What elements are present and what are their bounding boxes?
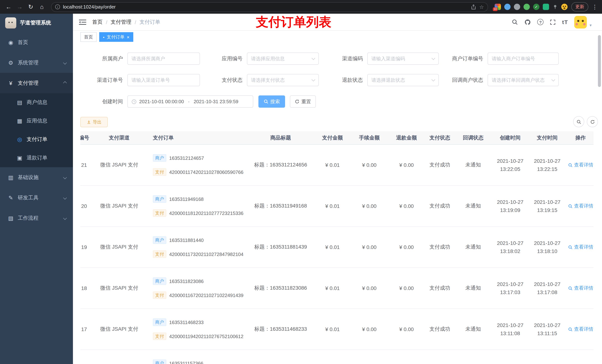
- pay-order-line: 支付4200001174202110278060590766: [153, 168, 243, 176]
- sidebar-item-system[interactable]: ⚙系统管理: [0, 52, 73, 73]
- notify-status-select[interactable]: 请选择订单回调商户状态: [488, 74, 559, 86]
- extension-blue-icon[interactable]: [504, 4, 511, 10]
- sidebar-item-label: 基础设施: [18, 174, 39, 181]
- app-select[interactable]: 请选择应用信息: [247, 52, 319, 65]
- orders-table-inner: 编号支付渠道支付订单商品标题支付金额手续金额退款金额支付状态回调状态创建时间支付…: [80, 131, 593, 364]
- sidebar-item-label: 商户信息: [27, 99, 47, 106]
- sidebar-item-home[interactable]: ◉首页: [0, 32, 73, 52]
- view-detail-link[interactable]: 查看详情: [568, 244, 593, 250]
- forward-icon[interactable]: →: [15, 2, 24, 12]
- search-icon[interactable]: [512, 19, 518, 25]
- search-button-label: 搜索: [270, 98, 280, 105]
- cell-action: 查看详情: [566, 186, 593, 226]
- date-range-input[interactable]: 2021-10-01 00:00:00 - 2021-10-31 23:59:5…: [127, 95, 253, 108]
- extension-chat-icon[interactable]: [543, 4, 549, 10]
- home-icon[interactable]: ⌂: [37, 2, 47, 12]
- extension-green-icon[interactable]: [524, 4, 530, 10]
- paid-clock: 13:11:15: [538, 329, 557, 337]
- chevron-down-icon: [312, 56, 315, 60]
- table-header-cell: 支付渠道: [99, 131, 140, 144]
- sidebar-item-pay-order[interactable]: ◎支付订单: [0, 130, 73, 149]
- table-row: 20微信 JSAPI 支付商户1635311949168支付4200001181…: [80, 186, 593, 227]
- cell-refund-amount: ¥ 0.00: [388, 309, 425, 350]
- back-icon[interactable]: ←: [4, 2, 13, 12]
- view-detail-link[interactable]: 查看详情: [568, 326, 593, 333]
- user-avatar[interactable]: [574, 16, 587, 28]
- breadcrumb-pay-manage[interactable]: 支付管理: [111, 19, 131, 25]
- filter-label: 商户订单编号: [433, 55, 488, 62]
- pay-tag: 支付: [153, 333, 166, 340]
- pay-order-no: 4200001173202110272847982104: [169, 251, 243, 257]
- github-icon[interactable]: [525, 19, 531, 25]
- merchant-tag: 商户: [153, 236, 166, 244]
- merchant-input[interactable]: [127, 52, 200, 65]
- view-detail-link[interactable]: 查看详情: [568, 203, 593, 209]
- view-detail-link[interactable]: 查看详情: [568, 285, 593, 291]
- fullscreen-icon[interactable]: [550, 19, 556, 25]
- channel-code-select[interactable]: 请输入渠道编码: [367, 52, 439, 65]
- sidebar-item-label: 系统管理: [18, 59, 39, 66]
- toggle-search-button[interactable]: [573, 116, 584, 127]
- filter-merchant-order-no: 商户订单编号: [433, 52, 559, 65]
- reset-button-label: 重置: [301, 98, 311, 105]
- cell-refund-amount: [388, 350, 425, 364]
- view-detail-link[interactable]: 查看详情: [568, 162, 593, 168]
- table-header-cell: 回调状态: [455, 131, 492, 144]
- page-annotation-title: 支付订单列表: [256, 14, 331, 31]
- date-start: 2021-10-01 00:00:00: [139, 99, 184, 104]
- reload-icon[interactable]: ↻: [26, 2, 35, 12]
- page-scrollbar[interactable]: [598, 35, 601, 87]
- sidebar-item-label: 支付管理: [18, 80, 39, 86]
- extension-check-icon[interactable]: ✓: [533, 4, 539, 10]
- cell-action: 查看详情: [566, 268, 593, 309]
- help-icon[interactable]: ?: [538, 19, 544, 25]
- logo-image: [5, 17, 16, 29]
- sidebar-item-refund-order[interactable]: ▣退款订单: [0, 149, 73, 167]
- avatar-caret-icon[interactable]: ▾: [590, 23, 592, 28]
- tab-pay-order[interactable]: ● 支付订单 ×: [99, 32, 133, 42]
- refresh-button[interactable]: [587, 116, 598, 127]
- font-size-icon[interactable]: tT: [562, 19, 568, 25]
- cell-pay-status: 支付成功: [425, 268, 455, 309]
- export-button[interactable]: 导出: [80, 117, 108, 127]
- breadcrumb-separator: /: [106, 19, 107, 25]
- extension-gray-icon[interactable]: [514, 4, 520, 10]
- profile-avatar-icon[interactable]: [561, 4, 568, 10]
- info-icon[interactable]: i: [55, 4, 60, 9]
- pay-status-select[interactable]: 请选择支付状态: [247, 74, 319, 86]
- merchant-order-no-input[interactable]: [488, 52, 559, 65]
- breadcrumb-home[interactable]: 首页: [92, 19, 103, 25]
- cell-action: 查看详情: [566, 145, 593, 185]
- search-button[interactable]: 搜索: [258, 95, 285, 108]
- url-bar[interactable]: i localhost:1024/pay/order ☆: [51, 2, 488, 12]
- refund-status-select[interactable]: 请选择退款状态: [367, 74, 439, 86]
- close-tab-icon[interactable]: ×: [127, 34, 129, 40]
- sidebar-item-dev-tools[interactable]: ✎研发工具: [0, 187, 73, 208]
- sidebar-item-app-info[interactable]: ▦应用信息: [0, 112, 73, 130]
- merchant-tag: 商户: [153, 154, 166, 162]
- cell-fee-amount: ¥ 0.00: [351, 145, 388, 185]
- reset-button[interactable]: 重置: [290, 95, 316, 108]
- extension-colorful-icon[interactable]: 10: [495, 4, 501, 10]
- sidebar-item-merchant-info[interactable]: ▤商户信息: [0, 93, 73, 112]
- pin-icon[interactable]: [552, 4, 558, 10]
- tab-home[interactable]: 首页: [80, 32, 97, 42]
- browser-chrome: ← → ↻ ⌂ i localhost:1024/pay/order ☆ 10 …: [0, 0, 602, 14]
- collapse-sidebar-icon[interactable]: [79, 19, 86, 25]
- channel-order-no-input[interactable]: [127, 74, 200, 86]
- sidebar-item-workflow[interactable]: ▧工作流程: [0, 208, 73, 228]
- breadcrumb-current: 支付订单: [140, 19, 160, 25]
- sidebar-item-infrastructure[interactable]: ▥基础设施: [0, 167, 73, 187]
- table-header-row: 编号支付渠道支付订单商品标题支付金额手续金额退款金额支付状态回调状态创建时间支付…: [80, 131, 593, 145]
- sidebar-item-payment[interactable]: ¥支付管理: [0, 73, 73, 93]
- bookmark-star-icon[interactable]: ☆: [479, 4, 484, 10]
- cell-created-time: 2021-10-2713:18:02: [492, 227, 529, 268]
- browser-menu-icon[interactable]: ⋮: [592, 3, 598, 10]
- sidebar-menu: ◉首页⚙系统管理¥支付管理▤商户信息▦应用信息◎支付订单▣退款订单▥基础设施✎研…: [0, 32, 73, 228]
- app-logo: 芋道管理系统: [0, 14, 73, 32]
- created-date: 2021-10-27: [497, 239, 523, 247]
- url-text: localhost:1024/pay/order: [63, 4, 468, 10]
- extension-badge: 10: [493, 7, 498, 11]
- update-button[interactable]: 更新: [571, 2, 588, 11]
- share-icon[interactable]: [471, 4, 476, 10]
